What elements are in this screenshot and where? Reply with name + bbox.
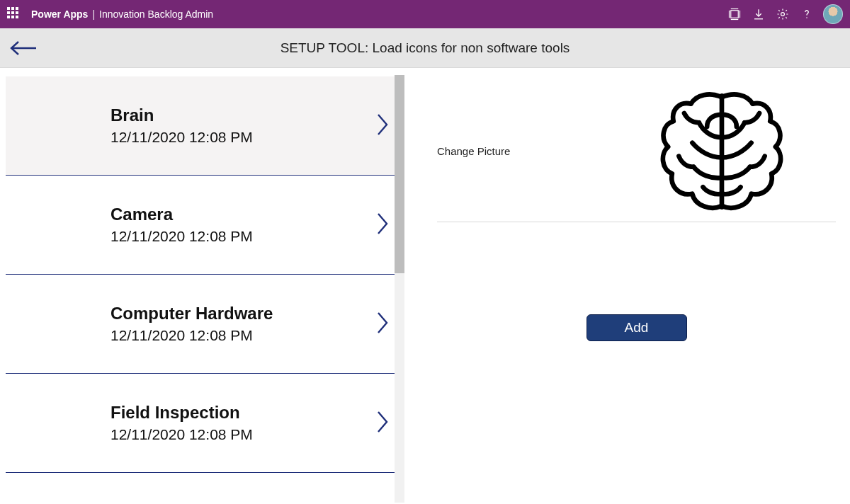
fit-to-screen-icon[interactable] bbox=[722, 0, 747, 28]
screen-header: SETUP TOOL: Load icons for non software … bbox=[0, 28, 850, 68]
detail-panel: Change Picture bbox=[404, 68, 850, 504]
list-item[interactable]: Computer Hardware 12/11/2020 12:08 PM bbox=[6, 275, 397, 374]
list-item-name: Computer Hardware bbox=[110, 304, 273, 324]
download-icon[interactable] bbox=[747, 0, 771, 28]
list-item-name: Field Inspection bbox=[110, 403, 253, 423]
list-item[interactable]: Camera 12/11/2020 12:08 PM bbox=[6, 176, 397, 275]
chevron-right-icon bbox=[376, 112, 389, 140]
change-picture-label: Change Picture bbox=[437, 145, 607, 157]
list-item[interactable]: Brain 12/11/2020 12:08 PM bbox=[6, 76, 397, 176]
list-item-date: 12/11/2020 12:08 PM bbox=[110, 327, 273, 344]
back-button[interactable] bbox=[8, 37, 38, 59]
page-title: SETUP TOOL: Load icons for non software … bbox=[0, 40, 850, 56]
app-launcher-icon[interactable] bbox=[7, 7, 21, 21]
brain-icon bbox=[654, 88, 789, 215]
list-item-date: 12/11/2020 12:08 PM bbox=[110, 228, 253, 245]
tool-list-panel: Brain 12/11/2020 12:08 PM Camera 12/11/2… bbox=[0, 68, 404, 504]
list-scrollbar[interactable] bbox=[395, 75, 404, 503]
svg-rect-0 bbox=[731, 11, 739, 18]
brand-separator: | bbox=[92, 8, 95, 20]
chevron-right-icon bbox=[376, 211, 389, 239]
list-item-date: 12/11/2020 12:08 PM bbox=[110, 129, 253, 146]
main-area: Brain 12/11/2020 12:08 PM Camera 12/11/2… bbox=[0, 68, 850, 504]
add-button[interactable]: Add bbox=[586, 314, 687, 341]
list-item-name: Camera bbox=[110, 205, 253, 225]
brand-label: Power Apps bbox=[31, 8, 88, 20]
app-name-label: Innovation Backlog Admin bbox=[99, 8, 213, 20]
svg-point-7 bbox=[781, 13, 785, 16]
list-item-name: Brain bbox=[110, 105, 253, 126]
avatar[interactable] bbox=[823, 4, 843, 24]
list-item[interactable]: Field Inspection 12/11/2020 12:08 PM bbox=[6, 374, 397, 473]
svg-point-8 bbox=[806, 17, 808, 18]
icon-preview[interactable] bbox=[607, 88, 836, 215]
chevron-right-icon bbox=[376, 409, 389, 437]
chevron-right-icon bbox=[376, 310, 389, 338]
list-scrollbar-thumb[interactable] bbox=[395, 75, 404, 273]
list-item-date: 12/11/2020 12:08 PM bbox=[110, 426, 253, 443]
help-icon[interactable] bbox=[795, 0, 819, 28]
global-command-bar: Power Apps | Innovation Backlog Admin bbox=[0, 0, 850, 28]
list-item[interactable] bbox=[6, 473, 397, 504]
gear-icon[interactable] bbox=[771, 0, 795, 28]
tool-list: Brain 12/11/2020 12:08 PM Camera 12/11/2… bbox=[6, 76, 397, 504]
change-picture-row: Change Picture bbox=[437, 81, 836, 222]
